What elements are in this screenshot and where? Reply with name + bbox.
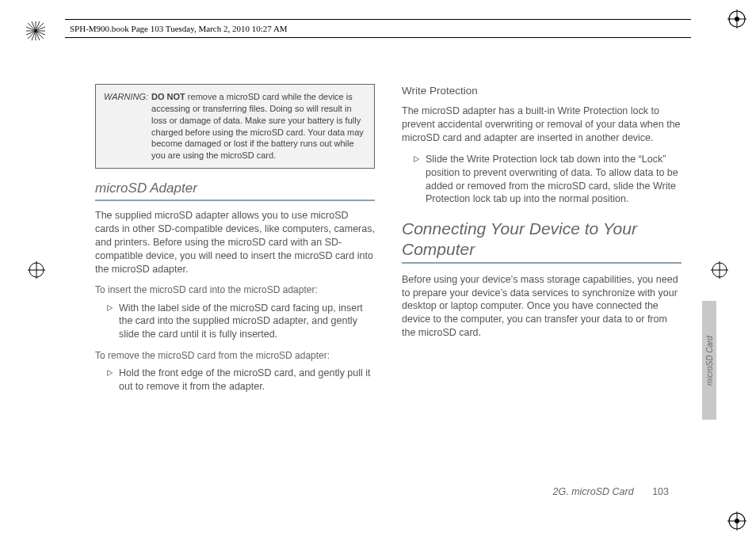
bullet-text: Slide the Write Protection lock tab down… <box>426 153 682 207</box>
heading-connecting: Connecting Your Device to Your Computer <box>402 219 682 263</box>
bullet-arrow-icon: ᐅ <box>106 302 113 342</box>
bullet-arrow-icon: ᐅ <box>413 153 419 207</box>
footer-section: 2G. microSD Card <box>553 486 634 497</box>
warning-box: WARNING: DO NOT remove a microSD card wh… <box>95 84 375 169</box>
crop-mark-icon <box>727 511 746 530</box>
paragraph: The supplied microSD adapter allows you … <box>95 209 375 276</box>
side-tab: microSD Card <box>702 301 716 420</box>
side-tab-label: microSD Card <box>705 336 714 386</box>
procedure-lead: To remove the microSD card from the micr… <box>95 349 375 362</box>
warning-body: remove a microSD card while the device i… <box>151 92 364 160</box>
page-body: WARNING: DO NOT remove a microSD card wh… <box>95 84 682 480</box>
warning-bold: DO NOT <box>151 92 185 101</box>
bullet-item: ᐅ Slide the Write Protection lock tab do… <box>402 153 682 207</box>
procedure-lead: To insert the microSD card into the micr… <box>95 283 375 296</box>
running-header: SPH-M900.book Page 103 Tuesday, March 2,… <box>65 19 691 38</box>
footer-page-number: 103 <box>652 486 669 497</box>
starburst-icon <box>25 21 46 41</box>
column-left: WARNING: DO NOT remove a microSD card wh… <box>95 84 375 480</box>
registration-mark-icon <box>711 261 728 279</box>
column-right: Write Protection The microSD adapter has… <box>402 84 682 480</box>
warning-label: WARNING: <box>104 91 148 162</box>
bullet-text: With the label side of the microSD card … <box>119 302 375 342</box>
bullet-text: Hold the front edge of the microSD card,… <box>119 367 375 394</box>
warning-text: DO NOT remove a microSD card while the d… <box>151 91 366 162</box>
heading-write-protection: Write Protection <box>402 84 682 98</box>
running-header-text: SPH-M900.book Page 103 Tuesday, March 2,… <box>70 24 288 33</box>
heading-microsd-adapter: microSD Adapter <box>95 180 375 201</box>
page-footer: 2G. microSD Card 103 <box>553 486 669 497</box>
paragraph: Before using your device’s mass storage … <box>402 273 682 340</box>
bullet-item: ᐅ With the label side of the microSD car… <box>95 302 375 342</box>
registration-mark-icon <box>28 261 45 279</box>
paragraph: The microSD adapter has a built-in Write… <box>402 105 682 145</box>
bullet-arrow-icon: ᐅ <box>106 367 113 394</box>
bullet-item: ᐅ Hold the front edge of the microSD car… <box>95 367 375 394</box>
crop-mark-icon <box>727 10 746 29</box>
